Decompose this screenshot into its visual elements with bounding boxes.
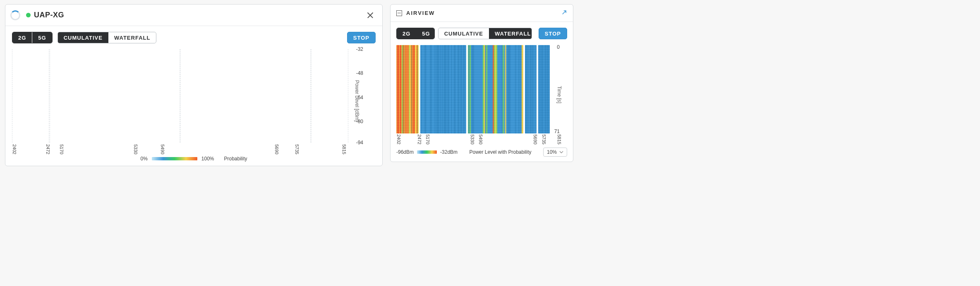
y-tick: -48 (356, 70, 363, 76)
y-tick: -32 (356, 46, 363, 52)
legend-gradient-icon (152, 157, 197, 160)
panel-title: AIRVIEW (406, 10, 435, 16)
probability-select[interactable]: 10% (543, 148, 567, 157)
x-tick: 5330 (470, 134, 475, 144)
power-legend: -96dBm -32dBm Power Level with Probabili… (391, 147, 573, 162)
mode-cumulative-button[interactable]: CUMULATIVE (58, 32, 108, 43)
band-toggle: 2G 5G (396, 28, 435, 39)
stop-button[interactable]: STOP (347, 32, 376, 43)
y-tick: 0 (557, 44, 560, 50)
x-tick: 5690 (533, 134, 538, 144)
x-tick: 5690 (274, 144, 279, 154)
x-tick: 5170 (425, 134, 430, 144)
band-2g-button[interactable]: 2G (397, 28, 416, 39)
band-5g-button[interactable]: 5G (416, 28, 434, 39)
y-tick: -64 (356, 95, 363, 100)
mode-waterfall-button[interactable]: WATERFALL (108, 32, 156, 43)
x-tick: 2402 (396, 134, 401, 144)
legend-min: 0% (140, 156, 147, 162)
x-tick: 5735 (295, 144, 300, 154)
legend-gradient-icon (417, 150, 437, 154)
mode-cumulative-button[interactable]: CUMULATIVE (438, 28, 489, 39)
y-axis-label: Time [s] (556, 86, 562, 103)
close-icon[interactable] (365, 10, 376, 21)
select-value: 10% (547, 149, 557, 155)
legend-label: Power Level with Probability (461, 149, 540, 155)
panel-header: UAP-XG (5, 5, 382, 26)
x-tick: 2472 (46, 144, 50, 154)
airview-panel: AIRVIEW 2G 5G CUMULATIVE WATERFALL STOP (390, 4, 573, 162)
chevron-down-icon (559, 150, 563, 154)
toolbar: 2G 5G CUMULATIVE WATERFALL STOP (5, 26, 382, 43)
y-tick: 71 (554, 129, 560, 134)
probability-legend: 0% 100% Probability (5, 156, 382, 166)
stop-button[interactable]: STOP (539, 28, 567, 39)
x-tick: 2472 (417, 134, 422, 144)
legend-max: -32dBm (440, 149, 458, 155)
mode-toggle: CUMULATIVE WATERFALL (438, 28, 532, 39)
cumulative-panel: UAP-XG 2G 5G CUMULATIVE WATERFALL STOP P… (5, 4, 383, 166)
mode-toggle: CUMULATIVE WATERFALL (58, 32, 157, 43)
popout-icon[interactable] (560, 10, 567, 17)
band-toggle: 2G 5G (12, 32, 53, 43)
mode-waterfall-button[interactable]: WATERFALL (489, 28, 532, 39)
x-tick: 5170 (59, 144, 64, 154)
cumulative-chart: Power Level [dBm] 2402247251705330549056… (12, 49, 376, 153)
x-tick: 2402 (12, 144, 17, 154)
x-tick: 5735 (542, 134, 546, 144)
legend-max: 100% (201, 156, 214, 162)
x-tick: 5330 (133, 144, 138, 154)
x-tick: 5815 (342, 144, 347, 154)
y-tick: -80 (356, 119, 363, 124)
y-tick: -94 (356, 140, 363, 145)
toolbar: 2G 5G CUMULATIVE WATERFALL STOP (391, 22, 573, 39)
band-5g-button[interactable]: 5G (32, 32, 52, 43)
device-name: UAP-XG (34, 11, 64, 19)
band-2g-button[interactable]: 2G (12, 32, 32, 43)
status-dot-icon (26, 13, 31, 17)
panel-header: AIRVIEW (391, 5, 573, 22)
collapse-icon[interactable] (396, 10, 402, 16)
loading-spinner-icon (10, 10, 20, 20)
legend-label: Probability (224, 156, 247, 162)
x-tick: 5815 (557, 134, 562, 144)
y-axis-label: Power Level [dBm] (355, 80, 360, 122)
legend-min: -96dBm (396, 149, 414, 155)
x-tick: 5490 (160, 144, 165, 154)
waterfall-chart: Time [s] 0 71 24022472517053305490569057… (396, 45, 567, 144)
x-tick: 5490 (478, 134, 483, 144)
